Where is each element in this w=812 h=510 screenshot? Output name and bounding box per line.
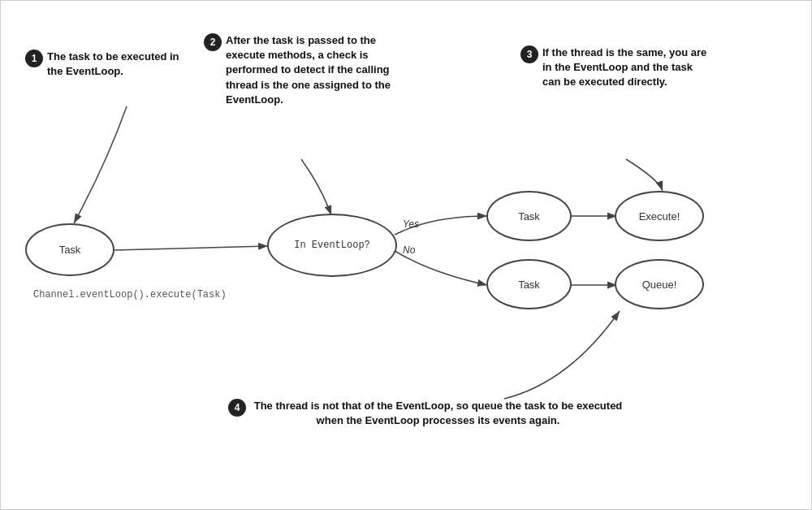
step2-text: After the task is passed to the execute … — [226, 33, 391, 107]
step1-text: The task to be executed in the EventLoop… — [47, 50, 196, 79]
svg-line-1 — [114, 246, 268, 250]
step3-circle: 3 — [520, 45, 538, 63]
task-yes-node: Task — [486, 191, 572, 241]
execute-node: Execute! — [615, 191, 704, 241]
code-label: Channel.eventLoop().execute(Task) — [33, 289, 227, 300]
step1-circle: 1 — [25, 50, 43, 67]
no-label: No — [403, 244, 415, 256]
step3-text: If the thread is the same, you are in th… — [542, 45, 707, 90]
step2-circle: 2 — [204, 33, 222, 51]
queue-node: Queue! — [615, 259, 704, 309]
diagram-container: 1 The task to be executed in the EventLo… — [0, 0, 812, 510]
step1-annotation: 1 The task to be executed in the EventLo… — [25, 50, 196, 79]
step4-text: The thread is not that of the EventLoop,… — [250, 399, 626, 428]
step2-annotation: 2 After the task is passed to the execut… — [204, 33, 391, 107]
yes-label: Yes — [403, 218, 419, 230]
step3-annotation: 3 If the thread is the same, you are in … — [520, 45, 707, 90]
decision-node: In EventLoop? — [267, 214, 397, 277]
step4-annotation: 4 The thread is not that of the EventLoo… — [228, 399, 626, 428]
task-input-node: Task — [25, 223, 114, 276]
step4-circle: 4 — [228, 399, 246, 417]
task-no-node: Task — [486, 259, 572, 309]
